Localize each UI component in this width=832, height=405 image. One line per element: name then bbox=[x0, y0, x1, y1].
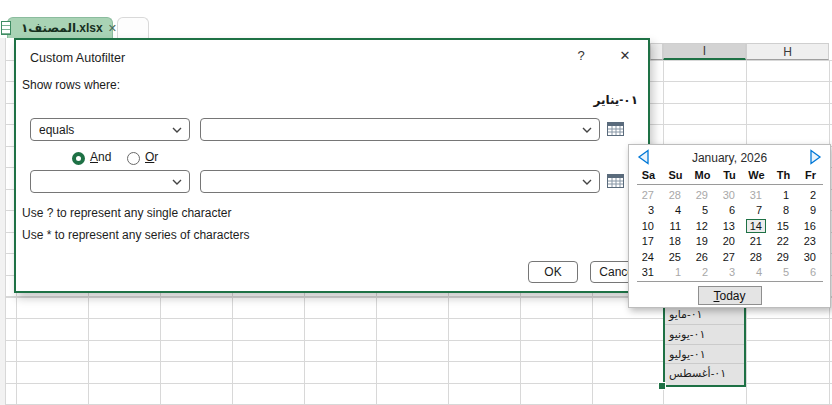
calendar-day[interactable]: 23 bbox=[797, 234, 824, 250]
calendar-day[interactable]: 27 bbox=[635, 187, 662, 203]
calendar-day-header: Tu bbox=[716, 169, 743, 181]
filter-column-label: ٠١-يناير bbox=[593, 93, 638, 107]
chevron-down-icon bbox=[582, 127, 592, 133]
and-radio-label[interactable]: And bbox=[90, 150, 111, 164]
operator-dropdown-1[interactable]: equals bbox=[30, 118, 190, 141]
calendar-day-header: We bbox=[743, 169, 770, 181]
and-radio[interactable] bbox=[72, 152, 85, 165]
calendar-month-title: January, 2026 bbox=[629, 151, 830, 165]
calendar-day[interactable]: 9 bbox=[797, 203, 824, 219]
selected-cell[interactable]: ٠١-أغسطس bbox=[665, 364, 744, 384]
date-picker-popup: January, 2026 SaSuMoTuWeThFr 27282930311… bbox=[628, 144, 831, 308]
show-rows-where-label: Show rows where: bbox=[22, 78, 120, 92]
dialog-title: Custom Autofilter bbox=[30, 51, 125, 65]
calendar-day[interactable]: 24 bbox=[635, 249, 662, 265]
calendar-day[interactable]: 28 bbox=[743, 249, 770, 265]
calendar-day-header: Fr bbox=[797, 169, 824, 181]
calendar-day[interactable]: 3 bbox=[635, 203, 662, 219]
calendar-day[interactable]: 5 bbox=[689, 203, 716, 219]
calendar-day[interactable]: 2 bbox=[689, 265, 716, 281]
column-header-partial[interactable] bbox=[650, 43, 663, 60]
calendar-grid-icon bbox=[607, 122, 624, 136]
calendar-day[interactable]: 31 bbox=[635, 265, 662, 281]
value-combobox-1[interactable] bbox=[200, 118, 600, 141]
calendar-day[interactable]: 25 bbox=[662, 249, 689, 265]
date-picker-button-1[interactable] bbox=[604, 119, 626, 139]
workbook-file-icon bbox=[1, 21, 11, 35]
calendar-day-header: Sa bbox=[635, 169, 662, 181]
calendar-day[interactable]: 11 bbox=[662, 218, 689, 234]
calendar-day[interactable]: 28 bbox=[662, 187, 689, 203]
calendar-day[interactable]: 30 bbox=[716, 187, 743, 203]
today-button[interactable]: Today bbox=[698, 286, 762, 305]
calendar-day[interactable]: 17 bbox=[635, 234, 662, 250]
ok-button[interactable]: OK bbox=[528, 261, 578, 283]
calendar-day[interactable]: 13 bbox=[716, 218, 743, 234]
calendar-day[interactable]: 22 bbox=[770, 234, 797, 250]
help-icon[interactable]: ? bbox=[572, 48, 590, 66]
calendar-day[interactable]: 29 bbox=[770, 249, 797, 265]
chevron-down-icon bbox=[172, 127, 182, 133]
calendar-day-header: Mo bbox=[689, 169, 716, 181]
calendar-day-header: Su bbox=[662, 169, 689, 181]
calendar-day[interactable]: 21 bbox=[743, 234, 770, 250]
chevron-down-icon bbox=[172, 179, 182, 185]
tab-close-icon[interactable]: ✕ bbox=[108, 23, 117, 34]
calendar-day[interactable]: 16 bbox=[797, 218, 824, 234]
calendar-day-headers: SaSuMoTuWeThFr bbox=[635, 169, 824, 181]
calendar-day[interactable]: 14 bbox=[743, 218, 770, 234]
calendar-day[interactable]: 29 bbox=[689, 187, 716, 203]
calendar-day[interactable]: 3 bbox=[716, 265, 743, 281]
calendar-days-grid: 2728293031123456789101112131415161718192… bbox=[635, 187, 824, 280]
calendar-day[interactable]: 7 bbox=[743, 203, 770, 219]
wildcard-tip-single: Use ? to represent any single character bbox=[22, 206, 231, 220]
calendar-day[interactable]: 8 bbox=[770, 203, 797, 219]
calendar-day[interactable]: 18 bbox=[662, 234, 689, 250]
divider bbox=[637, 281, 823, 282]
close-icon[interactable]: ✕ bbox=[616, 48, 634, 66]
calendar-day[interactable]: 6 bbox=[797, 265, 824, 281]
calendar-day[interactable]: 30 bbox=[797, 249, 824, 265]
calendar-day[interactable]: 15 bbox=[770, 218, 797, 234]
calendar-day[interactable]: 4 bbox=[743, 265, 770, 281]
divider bbox=[637, 184, 823, 185]
left-column-sliver bbox=[0, 38, 6, 405]
calendar-day[interactable]: 5 bbox=[770, 265, 797, 281]
selected-cell-range[interactable]: ٠١-مايو٠١-يونيو٠١-يوليو٠١-أغسطس bbox=[663, 303, 746, 387]
fill-handle[interactable] bbox=[658, 382, 666, 390]
selected-cell[interactable]: ٠١-يونيو bbox=[665, 325, 744, 345]
new-tab[interactable] bbox=[117, 17, 149, 38]
value-combobox-2[interactable] bbox=[200, 170, 600, 193]
or-radio-label[interactable]: Or bbox=[145, 150, 158, 164]
calendar-day[interactable]: 2 bbox=[797, 187, 824, 203]
workbook-tab-title: المصنف١.xlsx bbox=[21, 21, 103, 35]
calendar-day[interactable]: 19 bbox=[689, 234, 716, 250]
calendar-day[interactable]: 20 bbox=[716, 234, 743, 250]
column-header-i[interactable]: I bbox=[663, 43, 746, 60]
custom-autofilter-dialog: Custom Autofilter ? ✕ Show rows where: ٠… bbox=[14, 38, 650, 293]
calendar-grid-icon bbox=[607, 174, 624, 188]
workbook-tab[interactable]: المصنف١.xlsx ✕ bbox=[7, 17, 113, 38]
selected-cell[interactable]: ٠١-يوليو bbox=[665, 345, 744, 365]
operator-dropdown-1-value: equals bbox=[39, 123, 74, 137]
chevron-down-icon bbox=[582, 179, 592, 185]
calendar-day[interactable]: 26 bbox=[689, 249, 716, 265]
calendar-day[interactable]: 1 bbox=[770, 187, 797, 203]
operator-dropdown-2[interactable] bbox=[30, 170, 190, 193]
column-header-h[interactable]: H bbox=[746, 43, 829, 60]
calendar-day[interactable]: 27 bbox=[716, 249, 743, 265]
calendar-day[interactable]: 31 bbox=[743, 187, 770, 203]
calendar-day[interactable]: 6 bbox=[716, 203, 743, 219]
calendar-day[interactable]: 10 bbox=[635, 218, 662, 234]
or-radio[interactable] bbox=[127, 152, 140, 165]
date-picker-button-2[interactable] bbox=[604, 171, 626, 191]
calendar-day[interactable]: 1 bbox=[662, 265, 689, 281]
calendar-day-header: Th bbox=[770, 169, 797, 181]
calendar-day[interactable]: 12 bbox=[689, 218, 716, 234]
wildcard-tip-series: Use * to represent any series of charact… bbox=[22, 228, 249, 242]
calendar-day[interactable]: 4 bbox=[662, 203, 689, 219]
next-month-icon[interactable] bbox=[807, 149, 823, 165]
